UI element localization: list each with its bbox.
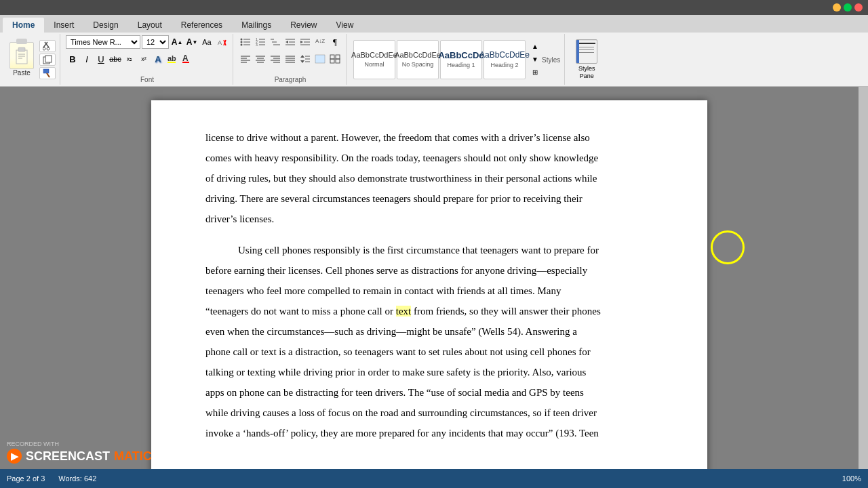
paragraph-11-text: phone call or text is a distraction, so … (205, 346, 591, 357)
styles-gallery: AaBbCcDdEe Normal AaBbCcDdEe No Spacing … (352, 39, 527, 81)
format-painter-button[interactable] (39, 67, 56, 79)
show-formatting-button[interactable]: ¶ (328, 35, 342, 49)
copy-button[interactable] (39, 54, 56, 66)
paragraph-4-text: driving. There are several circumstances… (205, 193, 583, 204)
styles-scroll-up[interactable]: ▲ (528, 40, 542, 53)
shading-button[interactable] (313, 52, 327, 66)
svg-rect-0 (16, 50, 27, 64)
paragraph-12-text: talking or texting while driving prior i… (205, 367, 586, 378)
borders-button[interactable] (328, 52, 342, 66)
tab-layout[interactable]: Layout (128, 18, 172, 33)
svg-rect-11 (43, 69, 49, 73)
doc-scroll[interactable]: license to drive without a parent. Howev… (0, 87, 859, 469)
list-row: 1. 2. 3. (239, 35, 342, 49)
svg-rect-69 (336, 59, 340, 63)
cut-copy-formatpaint (39, 40, 56, 79)
tab-mailings[interactable]: Mailings (232, 18, 281, 33)
svg-rect-66 (330, 55, 334, 59)
italic-button[interactable]: I (80, 52, 94, 66)
ribbon-toolbar: Paste (0, 33, 868, 87)
svg-point-20 (241, 39, 243, 41)
align-center-button[interactable] (254, 52, 267, 66)
minimize-button[interactable] (833, 3, 841, 12)
styles-scroll-down[interactable]: ▼ (528, 53, 542, 66)
svg-rect-67 (336, 55, 340, 59)
paragraph-5: driver’s licenses. (205, 209, 653, 229)
increase-indent-button[interactable] (298, 35, 312, 49)
svg-rect-1 (18, 47, 25, 52)
style-heading1[interactable]: AaBbCcDc Heading 1 (440, 40, 482, 79)
justify-button[interactable] (283, 52, 297, 66)
paragraph-10-text: even when the circumstances—such as driv… (205, 326, 577, 337)
paragraph-group-label: Paragraph (275, 76, 307, 83)
styles-group-label: Styles (542, 56, 560, 64)
align-left-button[interactable] (239, 52, 252, 66)
change-case-button[interactable]: Aa (200, 35, 214, 49)
align-right-button[interactable] (269, 52, 282, 66)
styles-more-button[interactable]: ⊞ (528, 66, 542, 79)
paragraph-3-text: of driving rules, but they should also d… (205, 173, 597, 184)
paragraph-7-text: before earning their licenses. Cell phon… (205, 265, 587, 276)
document-area: license to drive without a parent. Howev… (0, 87, 868, 469)
tab-view[interactable]: View (327, 18, 363, 33)
svg-point-7 (43, 47, 45, 50)
paragraph-group: 1. 2. 3. (235, 34, 347, 85)
svg-text:3.: 3. (256, 43, 258, 47)
close-button[interactable] (854, 3, 863, 12)
paragraph-9-text: “teenagers do not want to miss a phone c… (205, 306, 601, 317)
svg-marker-60 (300, 55, 304, 58)
paragraph-1-text: license to drive without a parent. Howev… (205, 132, 590, 143)
paragraph-2-text: comes with heavy responsibility. On the … (205, 152, 598, 163)
styles-pane-icon (576, 39, 597, 64)
decrease-indent-button[interactable] (283, 35, 297, 49)
styles-pane-button[interactable]: StylesPane (566, 34, 607, 85)
underline-button[interactable]: U (94, 52, 108, 66)
svg-point-22 (241, 41, 243, 43)
cut-button[interactable] (39, 40, 56, 52)
paragraph-5-text: driver’s licenses. (205, 214, 274, 224)
subscript-button[interactable]: x₂ (123, 52, 136, 66)
paragraph-13-text: apps on phone can be distracting for tee… (205, 387, 584, 398)
numbering-button[interactable]: 1. 2. 3. (254, 35, 267, 49)
increase-font-button[interactable]: A▲ (170, 35, 184, 49)
paragraph-4: driving. There are several circumstances… (205, 188, 653, 209)
styles-group: AaBbCcDdEe Normal AaBbCcDdEe No Spacing … (348, 34, 565, 85)
svg-rect-19 (182, 62, 189, 63)
tab-home[interactable]: Home (3, 18, 44, 33)
bold-button[interactable]: B (66, 52, 79, 66)
status-bar: Page 2 of 3 Words: 642 100% (0, 469, 868, 488)
decrease-font-button[interactable]: A▼ (185, 35, 199, 49)
sort-button[interactable]: A↓Z (313, 35, 327, 49)
font-group-label: Font (140, 76, 154, 83)
style-heading2[interactable]: AaBbCcDdEe Heading 2 (484, 40, 526, 79)
svg-line-12 (47, 73, 50, 77)
font-name-select[interactable]: Times New R... (66, 35, 140, 49)
paragraph-8-text: teenagers who feel more compelled to rem… (205, 285, 561, 296)
superscript-button[interactable]: x² (137, 52, 151, 66)
text-highlight-button[interactable]: ab (165, 52, 179, 66)
strikethrough-button[interactable]: abc (108, 52, 122, 66)
bullets-button[interactable] (239, 35, 252, 49)
tab-review[interactable]: Review (281, 18, 326, 33)
style-no-spacing[interactable]: AaBbCcDdEe No Spacing (397, 40, 439, 79)
line-spacing-button[interactable] (298, 52, 312, 66)
styles-pane-label: StylesPane (578, 65, 595, 80)
font-size-select[interactable]: 12 (142, 35, 169, 49)
text-effects-button[interactable]: A (151, 52, 165, 66)
font-color-button[interactable]: A (180, 52, 193, 66)
zoom-level: 100% (842, 474, 861, 483)
paragraph-1: license to drive without a parent. Howev… (205, 127, 653, 148)
paste-button[interactable]: Paste (7, 41, 37, 78)
clear-format-button[interactable]: A (215, 35, 229, 49)
tab-design[interactable]: Design (83, 18, 127, 33)
svg-text:A↓Z: A↓Z (315, 38, 325, 44)
paragraph-6: Using cell phones responsibly is the fir… (205, 240, 653, 260)
tab-references[interactable]: References (172, 18, 232, 33)
maximize-button[interactable] (844, 3, 852, 12)
multilevel-list-button[interactable] (269, 35, 282, 49)
right-scrollbar[interactable] (859, 87, 868, 469)
tab-insert[interactable]: Insert (44, 18, 83, 33)
style-normal[interactable]: AaBbCcDdEe Normal (353, 40, 395, 79)
font-group: Times New R... 12 A▲ A▼ Aa A B (62, 34, 233, 85)
font-name-row: Times New R... 12 A▲ A▼ Aa A (66, 35, 229, 49)
